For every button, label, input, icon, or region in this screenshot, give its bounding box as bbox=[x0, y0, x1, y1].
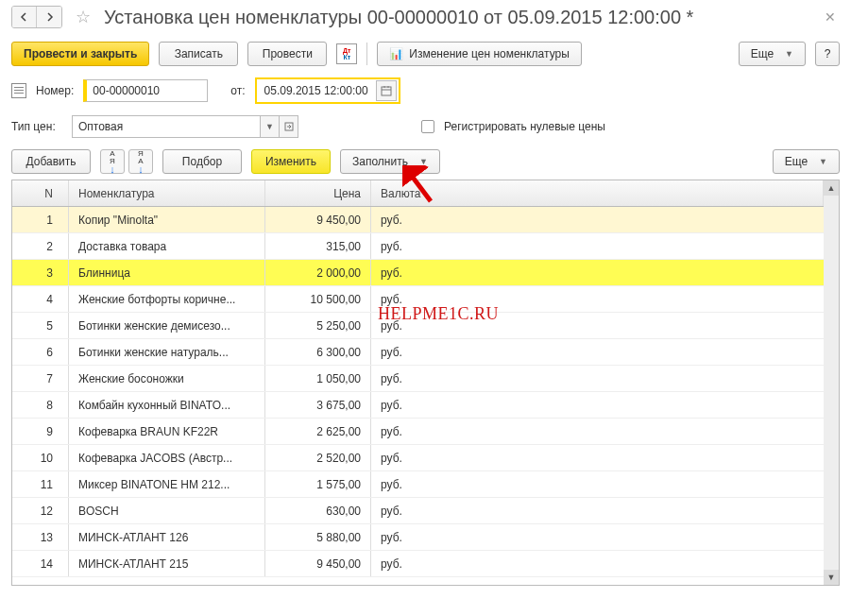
price-type-open-icon[interactable] bbox=[280, 115, 298, 138]
page-title: Установка цен номенклатуры 00-00000010 о… bbox=[104, 7, 813, 28]
cell-n: 5 bbox=[12, 313, 69, 338]
price-change-report-button[interactable]: 📊 Изменение цен номенклатуры bbox=[377, 42, 582, 66]
nav-history[interactable] bbox=[11, 6, 62, 28]
cell-name: Доставка товара bbox=[69, 233, 265, 259]
cell-n: 13 bbox=[12, 524, 69, 550]
cell-price: 5 880,00 bbox=[265, 524, 371, 550]
price-type-dropdown-icon[interactable]: ▼ bbox=[261, 115, 280, 138]
fill-button[interactable]: Заполнить▼ bbox=[340, 149, 440, 174]
toolbar-separator bbox=[366, 43, 367, 65]
cell-name: Копир "Minolta" bbox=[69, 207, 265, 232]
cell-n: 8 bbox=[12, 392, 69, 418]
cell-name: Ботинки женские натураль... bbox=[69, 339, 265, 365]
scroll-down-button[interactable]: ▼ bbox=[824, 570, 839, 585]
price-type-label: Тип цен: bbox=[11, 120, 62, 133]
cell-price: 2 520,00 bbox=[265, 445, 371, 471]
sort-desc-button[interactable]: ЯА↓ bbox=[128, 149, 153, 174]
table-row[interactable]: 12BOSCH630,00руб. bbox=[12, 498, 824, 524]
table-row[interactable]: 3Блинница2 000,00руб. bbox=[12, 260, 824, 286]
cell-n: 3 bbox=[12, 260, 69, 285]
vertical-scrollbar[interactable]: ▲ ▼ bbox=[824, 180, 839, 585]
col-header-n[interactable]: N bbox=[12, 180, 69, 206]
cell-currency: руб. bbox=[371, 445, 824, 471]
cell-name: МИНСК-АТЛАНТ 126 bbox=[69, 524, 265, 550]
table-row[interactable]: 7Женские босоножки1 050,00руб. bbox=[12, 366, 824, 392]
table-row[interactable]: 14МИНСК-АТЛАНТ 2159 450,00руб. bbox=[12, 551, 824, 577]
table-more-button[interactable]: Еще▼ bbox=[773, 149, 840, 174]
post-and-close-button[interactable]: Провести и закрыть bbox=[11, 42, 149, 66]
cell-price: 2 625,00 bbox=[265, 419, 371, 444]
table-row[interactable]: 13МИНСК-АТЛАНТ 1265 880,00руб. bbox=[12, 524, 824, 551]
add-button[interactable]: Добавить bbox=[11, 149, 91, 174]
from-label: от: bbox=[230, 84, 245, 97]
table-row[interactable]: 9Кофеварка BRAUN KF22R2 625,00руб. bbox=[12, 419, 824, 445]
col-header-name[interactable]: Номенклатура bbox=[69, 180, 265, 206]
cell-n: 9 bbox=[12, 419, 69, 444]
cell-n: 11 bbox=[12, 471, 69, 497]
save-button[interactable]: Записать bbox=[159, 42, 238, 66]
cell-currency: руб. bbox=[371, 260, 824, 285]
cell-n: 12 bbox=[12, 498, 69, 523]
table-row[interactable]: 5Ботинки женские демисезо...5 250,00руб. bbox=[12, 313, 824, 339]
close-icon[interactable]: ✕ bbox=[821, 9, 840, 25]
cell-currency: руб. bbox=[371, 313, 824, 338]
cell-name: Женские ботфорты коричне... bbox=[69, 286, 265, 312]
nav-forward-button[interactable] bbox=[37, 7, 61, 27]
cell-name: Ботинки женские демисезо... bbox=[69, 313, 265, 338]
date-input-wrapper: 05.09.2015 12:00:00 bbox=[255, 77, 400, 104]
cell-n: 2 bbox=[12, 233, 69, 259]
number-input[interactable]: 00-00000010 bbox=[83, 79, 208, 102]
cell-currency: руб. bbox=[371, 498, 824, 523]
table-row[interactable]: 6Ботинки женские натураль...6 300,00руб. bbox=[12, 339, 824, 366]
col-header-currency[interactable]: Валюта bbox=[371, 180, 824, 206]
cell-currency: руб. bbox=[371, 286, 824, 312]
date-input[interactable]: 05.09.2015 12:00:00 bbox=[264, 84, 368, 97]
pick-button[interactable]: Подбор bbox=[162, 149, 242, 174]
favorite-star-icon[interactable]: ☆ bbox=[76, 7, 91, 27]
table-more-label: Еще bbox=[785, 155, 808, 168]
cell-currency: руб. bbox=[371, 392, 824, 418]
calendar-icon[interactable] bbox=[376, 80, 397, 101]
cell-currency: руб. bbox=[371, 524, 824, 550]
cell-name: BOSCH bbox=[69, 498, 265, 523]
cell-price: 1 575,00 bbox=[265, 471, 371, 497]
more-label: Еще bbox=[751, 47, 774, 60]
table-row[interactable]: 4Женские ботфорты коричне...10 500,00руб… bbox=[12, 286, 824, 313]
cell-price: 10 500,00 bbox=[265, 286, 371, 312]
price-change-report-label: Изменение цен номенклатуры bbox=[409, 47, 570, 60]
nav-back-button[interactable] bbox=[12, 7, 37, 27]
cell-currency: руб. bbox=[371, 419, 824, 444]
table-row[interactable]: 2Доставка товара315,00руб. bbox=[12, 233, 824, 260]
table-row[interactable]: 8Комбайн кухонный BINATO...3 675,00руб. bbox=[12, 392, 824, 419]
cell-n: 6 bbox=[12, 339, 69, 365]
table-row[interactable]: 10Кофеварка JACOBS (Австр...2 520,00руб. bbox=[12, 445, 824, 471]
cell-name: Комбайн кухонный BINATO... bbox=[69, 392, 265, 418]
chart-icon: 📊 bbox=[389, 47, 403, 60]
svg-rect-0 bbox=[382, 87, 391, 95]
help-button[interactable]: ? bbox=[815, 42, 840, 66]
fill-label: Заполнить bbox=[352, 155, 408, 168]
cell-name: МИНСК-АТЛАНТ 215 bbox=[69, 551, 265, 576]
change-button[interactable]: Изменить bbox=[251, 149, 331, 174]
cell-n: 1 bbox=[12, 207, 69, 232]
cell-price: 6 300,00 bbox=[265, 339, 371, 365]
cell-price: 5 250,00 bbox=[265, 313, 371, 338]
table-header: N Номенклатура Цена Валюта bbox=[12, 180, 824, 207]
sort-asc-button[interactable]: АЯ↓ bbox=[100, 149, 125, 174]
more-button[interactable]: Еще▼ bbox=[739, 42, 806, 66]
table-row[interactable]: 1Копир "Minolta"9 450,00руб. bbox=[12, 207, 824, 233]
scroll-up-button[interactable]: ▲ bbox=[824, 180, 839, 196]
register-zero-checkbox[interactable] bbox=[421, 120, 434, 133]
table-row[interactable]: 11Миксер BINATONE HM 212...1 575,00руб. bbox=[12, 471, 824, 498]
cell-name: Кофеварка BRAUN KF22R bbox=[69, 419, 265, 444]
cell-name: Кофеварка JACOBS (Австр... bbox=[69, 445, 265, 471]
dt-kt-icon[interactable]: ДтКт bbox=[336, 43, 357, 64]
price-type-value: Оптовая bbox=[72, 115, 261, 138]
post-button[interactable]: Провести bbox=[247, 42, 327, 66]
price-type-select[interactable]: Оптовая ▼ bbox=[72, 115, 298, 138]
cell-n: 14 bbox=[12, 551, 69, 576]
cell-price: 2 000,00 bbox=[265, 260, 371, 285]
cell-price: 315,00 bbox=[265, 233, 371, 259]
col-header-price[interactable]: Цена bbox=[265, 180, 371, 206]
number-label: Номер: bbox=[36, 84, 74, 97]
